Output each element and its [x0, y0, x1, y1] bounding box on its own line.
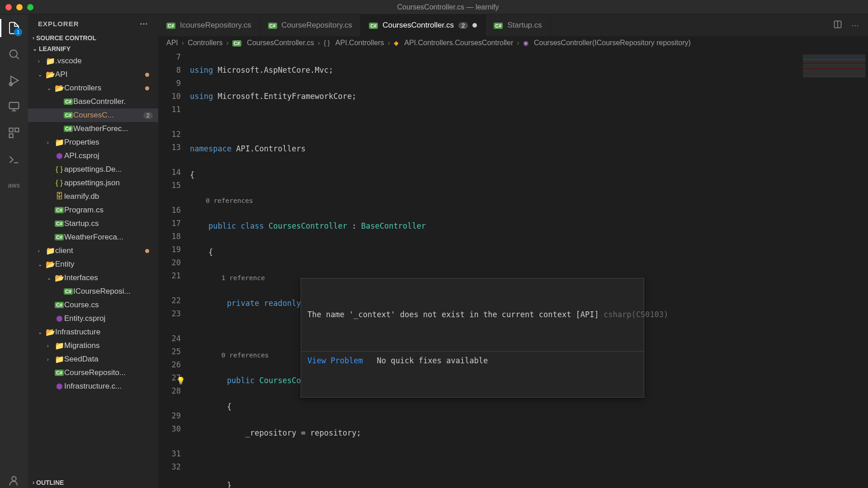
hover-tooltip: The name '_context' does not exist in th…	[301, 278, 644, 398]
file-tree: ›📁.vscode ⌄📂API ⌄📂Controllers C#BaseCont…	[28, 54, 158, 393]
tab-label: CoursesController.cs	[382, 21, 454, 30]
tree-file-weatherforecast[interactable]: C#WeatherForeca...	[28, 230, 158, 244]
explorer-activity-icon[interactable]: 1	[7, 21, 21, 35]
problems-badge: 2	[143, 112, 153, 119]
breadcrumb-item[interactable]: API.Controllers	[335, 39, 384, 47]
tree-file-icourserepo[interactable]: C#ICourseReposi...	[28, 285, 158, 298]
tab-label: Startup.cs	[507, 21, 542, 30]
codelens-references[interactable]: 0 references	[206, 197, 253, 204]
svg-point-11	[12, 477, 16, 481]
tab-startup[interactable]: C#Startup.cs	[486, 14, 551, 36]
lightbulb-icon[interactable]: 💡	[176, 374, 185, 387]
tree-label: WeatherForec...	[73, 124, 128, 133]
tree-label: .vscode	[55, 56, 82, 66]
tree-folder-properties[interactable]: ›📁Properties	[28, 136, 158, 149]
tree-file-program[interactable]: C#Program.cs	[28, 203, 158, 217]
tree-folder-entity[interactable]: ⌄📂Entity	[28, 258, 158, 271]
minimize-window-icon[interactable]	[16, 4, 23, 10]
split-editor-icon[interactable]	[833, 20, 842, 31]
window-title: CoursesController.cs — learnify	[33, 3, 863, 11]
close-window-icon[interactable]	[5, 4, 12, 10]
tree-folder-client[interactable]: ›📁client	[28, 244, 158, 258]
run-debug-activity-icon[interactable]	[7, 73, 21, 88]
tree-label: WeatherForeca...	[64, 233, 123, 242]
tree-label: Interfaces	[64, 273, 98, 282]
breadcrumb-item[interactable]: API.Controllers.CoursesController	[404, 39, 513, 47]
terminal-activity-icon[interactable]	[7, 152, 21, 166]
tree-folder-seeddata[interactable]: ›📁SeedData	[28, 352, 158, 366]
tree-label: CourseReposito...	[64, 368, 126, 377]
section-outline[interactable]: › OUTLINE	[28, 477, 158, 488]
modified-dot-icon	[145, 86, 149, 90]
extensions-activity-icon[interactable]	[7, 126, 21, 140]
tab-label: CourseRepository.cs	[282, 21, 353, 30]
view-problem-link[interactable]: View Problem	[307, 356, 363, 365]
modified-dot-icon	[145, 73, 149, 77]
sidebar-header: EXPLORER ⋯	[28, 14, 158, 33]
modified-dot-icon	[145, 249, 149, 253]
explorer-badge: 1	[14, 28, 22, 36]
minimap[interactable]	[800, 50, 868, 488]
tab-courserepository[interactable]: C#CourseRepository.cs	[260, 14, 361, 36]
tree-label: Infrastructure	[55, 328, 100, 337]
sidebar-more-icon[interactable]: ⋯	[140, 19, 148, 28]
sidebar: EXPLORER ⋯ › SOURCE CONTROL ⌄ LEARNIFY ›…	[28, 14, 158, 488]
breadcrumb-item[interactable]: Controllers	[188, 39, 222, 47]
tree-file-course[interactable]: C#Course.cs	[28, 298, 158, 312]
tree-file-basecontroller[interactable]: C#BaseController.	[28, 95, 158, 108]
tree-label: Entity.csproj	[64, 314, 105, 323]
chevron-right-icon: ›	[33, 35, 34, 41]
svg-rect-8	[15, 128, 19, 132]
tree-file-api-csproj[interactable]: ⬢API.csproj	[28, 149, 158, 163]
breadcrumb-item[interactable]: CoursesController(ICourseRepository repo…	[534, 39, 691, 47]
tree-label: appsettings.json	[64, 178, 120, 188]
tree-label: Entity	[55, 260, 75, 269]
account-activity-icon[interactable]	[7, 474, 21, 488]
section-learnify[interactable]: ⌄ LEARNIFY	[28, 43, 158, 54]
maximize-window-icon[interactable]	[27, 4, 33, 10]
tree-label: Startup.cs	[64, 219, 99, 228]
tab-coursescontroller[interactable]: C#CoursesController.cs2	[361, 14, 486, 36]
tab-badge: 2	[458, 22, 468, 29]
remote-activity-icon[interactable]	[7, 99, 21, 114]
tree-file-appsettings-dev[interactable]: { }appsettings.De...	[28, 163, 158, 176]
tree-file-coursescontroller[interactable]: C#CoursesC...2	[28, 108, 158, 122]
tree-file-weatherforecast-controller[interactable]: C#WeatherForec...	[28, 122, 158, 136]
tree-label: learnify.db	[64, 192, 99, 201]
window-controls[interactable]	[5, 4, 33, 10]
editor-area: C#IcourseRepository.cs C#CourseRepositor…	[158, 14, 868, 488]
tree-file-startup[interactable]: C#Startup.cs	[28, 217, 158, 230]
more-actions-icon[interactable]: ⋯	[851, 21, 859, 30]
tree-label: Infrastructure.c...	[64, 382, 122, 391]
activity-bar: 1 aws	[0, 14, 28, 488]
tree-file-courserepo-impl[interactable]: C#CourseReposito...	[28, 366, 158, 380]
tree-file-appsettings[interactable]: { }appsettings.json	[28, 176, 158, 190]
tree-folder-vscode[interactable]: ›📁.vscode	[28, 54, 158, 68]
editor-tabs: C#IcourseRepository.cs C#CourseRepositor…	[158, 14, 868, 36]
search-activity-icon[interactable]	[7, 47, 21, 61]
tree-folder-migrations[interactable]: ›📁Migrations	[28, 339, 158, 352]
tree-folder-controllers[interactable]: ⌄📂Controllers	[28, 81, 158, 95]
tree-file-learnify-db[interactable]: 🗄learnify.db	[28, 190, 158, 203]
breadcrumb[interactable]: API› Controllers› C# CoursesController.c…	[158, 36, 868, 50]
tree-label: CoursesC...	[73, 111, 114, 120]
tree-label: BaseController.	[73, 97, 126, 106]
tree-folder-interfaces[interactable]: ⌄📂Interfaces	[28, 271, 158, 285]
editor[interactable]: 7 8 9 10 11 12 13 14 15 16 17 18 19 2	[158, 50, 868, 488]
tree-file-entity-csproj[interactable]: ⬢Entity.csproj	[28, 312, 158, 325]
code-content[interactable]: using Microsoft.AspNetCore.Mvc; using Mi…	[190, 50, 868, 488]
section-label: LEARNIFY	[39, 45, 71, 52]
aws-activity-icon[interactable]: aws	[7, 178, 21, 192]
tree-label: API	[55, 70, 67, 79]
tree-folder-infrastructure[interactable]: ⌄📂Infrastructure	[28, 325, 158, 339]
codelens-references[interactable]: 0 references	[222, 352, 269, 359]
breadcrumb-item[interactable]: API	[166, 39, 178, 47]
breadcrumb-item[interactable]: CoursesController.cs	[247, 39, 314, 47]
svg-rect-4	[9, 103, 19, 109]
tree-folder-api[interactable]: ⌄📂API	[28, 68, 158, 81]
tab-icourserepository[interactable]: C#IcourseRepository.cs	[158, 14, 260, 36]
tree-label: Migrations	[64, 341, 99, 350]
section-source-control[interactable]: › SOURCE CONTROL	[28, 33, 158, 43]
codelens-references[interactable]: 1 reference	[222, 274, 265, 282]
tree-file-infrastructure-csproj[interactable]: ⬢Infrastructure.c...	[28, 380, 158, 393]
